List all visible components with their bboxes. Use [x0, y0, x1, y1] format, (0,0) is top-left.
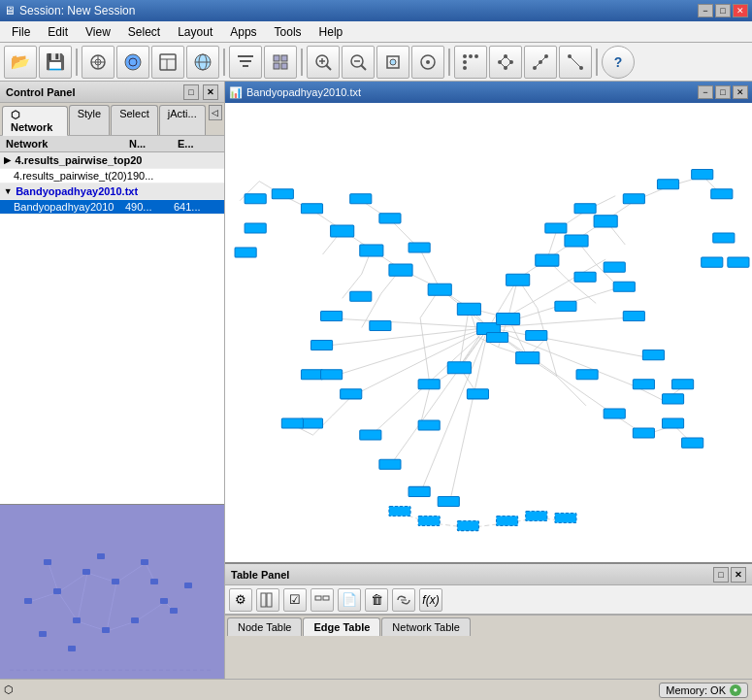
svg-point-30 [463, 54, 467, 58]
svg-rect-77 [68, 646, 76, 651]
tab-edge-table[interactable]: Edge Table [303, 617, 380, 636]
network-row-0[interactable]: ▶ 4.results_pairwise_top20 [0, 152, 224, 169]
table-settings-button[interactable]: ⚙ [229, 588, 252, 612]
menu-tools[interactable]: Tools [267, 23, 310, 41]
minimize-button[interactable]: − [698, 4, 713, 17]
menu-file[interactable]: File [4, 23, 38, 41]
graph-canvas[interactable] [225, 103, 752, 562]
network-nodes-3: 490... [125, 201, 174, 213]
globe-button[interactable] [116, 46, 149, 79]
save-button[interactable]: 💾 [39, 46, 72, 79]
svg-rect-227 [713, 233, 735, 243]
svg-rect-79 [184, 583, 192, 588]
svg-line-110 [489, 327, 645, 356]
tab-node-table[interactable]: Node Table [227, 617, 302, 636]
svg-rect-228 [728, 257, 749, 267]
svg-rect-213 [467, 389, 488, 399]
tab-select[interactable]: Select [111, 105, 158, 135]
table-panel-header: Table Panel □ ✕ [225, 564, 752, 585]
close-button[interactable]: ✕ [733, 4, 748, 17]
table-check-button[interactable]: ☑ [283, 588, 307, 612]
svg-rect-70 [131, 617, 139, 623]
table-new-col-button[interactable]: 📄 [338, 588, 361, 612]
thumbnail-svg [0, 505, 224, 679]
layout2-button[interactable] [489, 46, 522, 79]
menu-select[interactable]: Select [120, 23, 168, 41]
maximize-button[interactable]: □ [715, 4, 731, 17]
graph-minimize[interactable]: − [698, 85, 713, 99]
svg-rect-166 [507, 274, 530, 285]
control-panel-minimize[interactable]: □ [183, 84, 199, 100]
svg-rect-214 [526, 330, 547, 340]
network-row-3[interactable]: Bandyopadhyay2010 490... 641... [0, 200, 224, 215]
world-button[interactable] [186, 46, 219, 79]
tab-style[interactable]: Style [69, 105, 110, 135]
thumbnail-panel [0, 504, 224, 679]
svg-rect-230 [245, 223, 266, 233]
svg-point-29 [426, 60, 430, 64]
tab-network-table[interactable]: Network Table [381, 617, 471, 636]
table-panel-close[interactable]: ✕ [731, 567, 746, 583]
network-row-1[interactable]: 4.results_pairwise_t(20) 190... [0, 169, 224, 183]
control-panel: Control Panel □ ✕ ⬡ Network Style Select… [0, 82, 225, 679]
control-panel-tabs: ⬡ Network Style Select jActi... ◁ [0, 103, 224, 136]
zoom-in-button[interactable] [307, 46, 340, 79]
tabs-more-button[interactable]: ◁ [209, 105, 222, 120]
table-panel-title: Table Panel [231, 569, 289, 581]
menu-view[interactable]: View [78, 23, 118, 41]
graph-title: Bandyopadhyay2010.txt [246, 86, 361, 98]
svg-rect-66 [112, 579, 119, 584]
network-button[interactable] [82, 46, 114, 79]
graph-close[interactable]: ✕ [733, 85, 748, 99]
menu-edit[interactable]: Edit [40, 23, 76, 41]
memory-text: Memory: OK [666, 684, 726, 696]
filter-button[interactable] [229, 46, 262, 79]
help-button[interactable]: ? [602, 46, 635, 79]
zoom-reset-button[interactable] [411, 46, 444, 79]
svg-line-126 [567, 279, 596, 303]
table-panel-minimize[interactable]: □ [713, 567, 729, 583]
svg-rect-177 [301, 204, 322, 214]
svg-rect-222 [555, 514, 576, 523]
tab-jacti[interactable]: jActi... [159, 105, 206, 135]
svg-rect-199 [301, 370, 322, 380]
tab-network[interactable]: ⬡ Network [2, 106, 68, 136]
network-tab-icon: ⬡ [11, 109, 20, 120]
network-row-2[interactable]: ▼ Bandyopadhyay2010.txt [0, 183, 224, 200]
status-icon: ⬡ [4, 683, 14, 695]
menu-help[interactable]: Help [311, 23, 351, 41]
graph-maximize[interactable]: □ [715, 85, 731, 99]
select-all-button[interactable] [264, 46, 297, 79]
table-link-button[interactable] [392, 588, 415, 612]
table-columns-button[interactable] [256, 588, 279, 612]
network-name-1: 4.results_pairwise_t(20) [14, 170, 127, 182]
svg-rect-69 [102, 627, 110, 633]
open-button[interactable]: 📂 [4, 46, 37, 79]
svg-rect-233 [267, 593, 272, 607]
svg-rect-235 [323, 596, 329, 600]
menu-apps[interactable]: Apps [222, 23, 264, 41]
table-boxes-button[interactable] [311, 588, 334, 612]
svg-line-153 [420, 250, 440, 288]
layout1-button[interactable] [454, 46, 487, 79]
control-panel-close[interactable]: ✕ [203, 84, 218, 100]
table-formula-button[interactable]: f(x) [419, 588, 442, 612]
table-button[interactable] [151, 46, 184, 79]
svg-rect-200 [321, 311, 343, 320]
layout3-button[interactable] [524, 46, 557, 79]
network-list-header: Network N... E... [0, 136, 224, 152]
svg-rect-12 [238, 55, 253, 57]
svg-line-39 [506, 56, 511, 62]
menu-layout[interactable]: Layout [170, 23, 220, 41]
layout4-button[interactable] [559, 46, 592, 79]
svg-rect-50 [0, 505, 224, 679]
svg-line-20 [326, 65, 331, 70]
svg-point-33 [463, 60, 467, 64]
svg-rect-223 [613, 282, 635, 291]
col-network: Network [2, 137, 125, 150]
zoom-out-button[interactable] [342, 46, 375, 79]
status-left[interactable]: ⬡ [4, 683, 14, 696]
zoom-fit-button[interactable] [376, 46, 409, 79]
table-delete-button[interactable]: 🗑 [365, 588, 388, 612]
svg-rect-209 [555, 301, 576, 311]
